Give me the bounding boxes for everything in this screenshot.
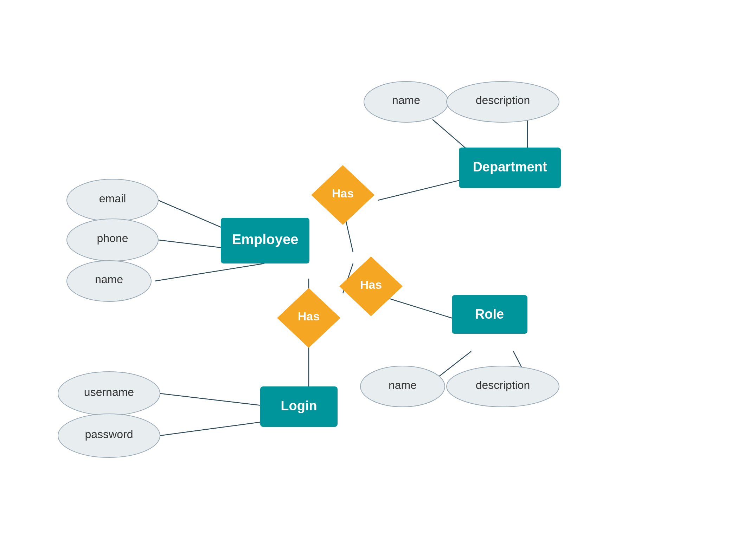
svg-line-11 <box>160 393 264 406</box>
attribute-name-employee-label: name <box>95 273 123 286</box>
relationship-has-login-label: Has <box>298 310 320 323</box>
attribute-dept-name-label: name <box>392 94 420 106</box>
svg-line-6 <box>378 295 457 320</box>
attribute-password-label: password <box>85 428 133 441</box>
entity-employee-label: Employee <box>232 232 299 247</box>
relationship-has-department-label: Has <box>332 187 354 200</box>
entity-login-label: Login <box>281 398 317 413</box>
relationship-has-role-label: Has <box>360 278 382 291</box>
attribute-phone-label: phone <box>97 232 128 245</box>
attribute-username-label: username <box>84 386 134 398</box>
entity-role-label: Role <box>475 307 504 321</box>
attribute-dept-description-label: description <box>476 94 530 106</box>
svg-line-12 <box>160 422 264 436</box>
svg-line-2 <box>155 263 264 281</box>
svg-line-4 <box>378 179 464 200</box>
attribute-email-label: email <box>99 192 126 205</box>
entity-department-label: Department <box>473 159 547 174</box>
attribute-role-description-label: description <box>476 379 530 391</box>
attribute-role-name-label: name <box>389 379 417 391</box>
